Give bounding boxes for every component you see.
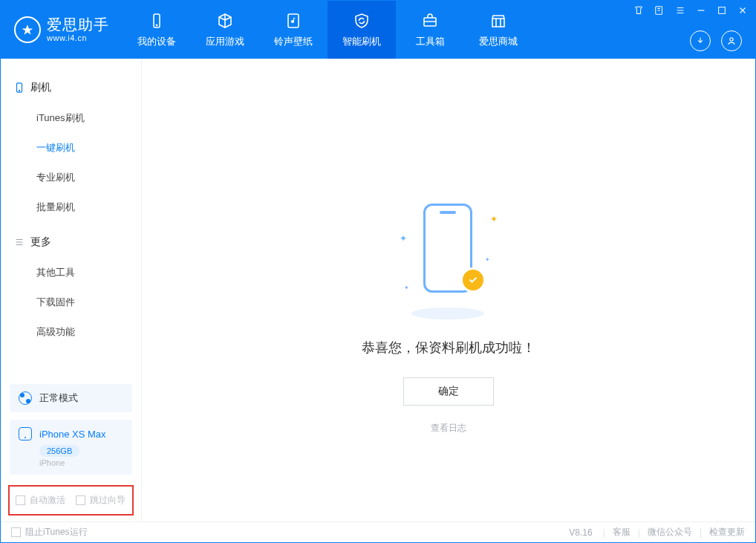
feedback-icon[interactable]	[653, 4, 666, 17]
tab-ringtones-wallpaper[interactable]: 铃声壁纸	[259, 1, 328, 59]
logo-area: 爱思助手 www.i4.cn	[1, 1, 123, 59]
device-panel: 正常模式 iPhone XS Max 256GB iPhone	[10, 384, 132, 475]
app-title: 爱思助手	[47, 16, 109, 33]
sidebar-section-title: 刷机	[30, 81, 51, 94]
app-header: 爱思助手 www.i4.cn 我的设备 应用游戏 铃声壁纸 智能刷机 工具箱 爱…	[1, 1, 755, 59]
option-checkbox-row: 自动激活 跳过向导	[8, 485, 134, 516]
sidebar-item-itunes-flash[interactable]: iTunes刷机	[1, 103, 141, 133]
device-mode-label: 正常模式	[39, 391, 78, 405]
cube-icon	[215, 11, 235, 30]
user-account-button[interactable]	[721, 30, 742, 51]
tab-label: 铃声壁纸	[274, 35, 313, 48]
device-phone-icon	[19, 427, 32, 440]
app-subtitle: www.i4.cn	[47, 33, 109, 43]
device-info-row[interactable]: iPhone XS Max 256GB iPhone	[10, 420, 132, 475]
svg-point-6	[730, 38, 733, 41]
sidebar-item-batch-flash[interactable]: 批量刷机	[1, 192, 141, 222]
svg-point-8	[19, 90, 19, 91]
tab-label: 工具箱	[416, 35, 445, 48]
sidebar-item-other-tools[interactable]: 其他工具	[1, 258, 141, 287]
sidebar-item-pro-flash[interactable]: 专业刷机	[1, 163, 141, 192]
sidebar-item-download-firmware[interactable]: 下载固件	[1, 287, 141, 317]
sidebar-item-oneclick-flash[interactable]: 一键刷机	[1, 133, 141, 163]
sparkle-icon: ✦	[400, 233, 407, 244]
tab-my-device[interactable]: 我的设备	[123, 1, 191, 59]
music-note-icon	[284, 11, 303, 30]
version-label: V8.16	[569, 527, 592, 538]
phone-icon	[14, 82, 25, 93]
tab-label: 智能刷机	[342, 35, 381, 48]
success-message: 恭喜您，保资料刷机成功啦！	[362, 339, 535, 357]
maximize-button[interactable]	[715, 4, 729, 17]
sparkle-icon: ✦	[485, 256, 490, 263]
logo-text: 爱思助手 www.i4.cn	[47, 16, 109, 43]
device-mode-row[interactable]: 正常模式	[10, 384, 132, 412]
toolbox-icon	[420, 11, 440, 30]
device-type: iPhone	[39, 458, 123, 467]
checkmark-badge-icon	[460, 267, 486, 293]
menu-icon[interactable]	[674, 4, 687, 17]
sparkle-icon: ✦	[404, 284, 409, 291]
tab-label: 应用游戏	[206, 35, 244, 48]
minimize-button[interactable]	[694, 4, 708, 17]
sidebar-section-more: 更多	[1, 230, 141, 255]
sparkle-icon: ✦	[490, 214, 498, 224]
tab-smart-flash[interactable]: 智能刷机	[328, 1, 396, 59]
checkbox-label: 阻止iTunes运行	[25, 526, 88, 539]
success-panel: ✦ ✦ ✦ ✦ 恭喜您，保资料刷机成功啦！ 确定 查看日志	[142, 204, 755, 435]
checkbox-label: 跳过向导	[90, 494, 126, 507]
svg-point-1	[156, 25, 157, 25]
download-button[interactable]	[690, 30, 711, 51]
footer-link-service[interactable]: 客服	[613, 526, 630, 539]
header-action-circles	[690, 30, 742, 51]
checkbox-skip-guide[interactable]: 跳过向导	[76, 494, 126, 507]
main-tabs: 我的设备 应用游戏 铃声壁纸 智能刷机 工具箱 爱思商城	[123, 1, 532, 59]
view-log-link[interactable]: 查看日志	[431, 422, 466, 435]
status-bar: 阻止iTunes运行 V8.16 | 客服 | 微信公众号 | 检查更新	[1, 521, 755, 542]
window-controls	[632, 4, 749, 17]
tshirt-icon[interactable]	[632, 4, 645, 17]
tab-label: 爱思商城	[479, 35, 518, 48]
ok-button[interactable]: 确定	[403, 377, 494, 406]
success-illustration: ✦ ✦ ✦ ✦	[404, 204, 493, 315]
sidebar-item-advanced[interactable]: 高级功能	[1, 317, 141, 347]
sidebar-section-flash: 刷机	[1, 75, 141, 100]
checkbox-auto-activate[interactable]: 自动激活	[16, 494, 65, 507]
tab-label: 我的设备	[137, 35, 176, 48]
checkbox-label: 自动激活	[30, 494, 65, 507]
tab-apps-games[interactable]: 应用游戏	[191, 1, 259, 59]
checkbox-block-itunes[interactable]: 阻止iTunes运行	[11, 526, 88, 539]
svg-rect-5	[719, 7, 726, 14]
device-icon	[147, 11, 166, 30]
tab-toolbox[interactable]: 工具箱	[396, 1, 464, 59]
app-logo-icon	[14, 16, 41, 43]
mode-icon	[19, 391, 32, 405]
shield-refresh-icon	[352, 11, 371, 30]
device-capacity: 256GB	[39, 445, 79, 457]
main-content: ✦ ✦ ✦ ✦ 恭喜您，保资料刷机成功啦！ 确定 查看日志	[142, 59, 755, 521]
sidebar-section-title: 更多	[30, 235, 51, 249]
close-button[interactable]	[736, 4, 749, 17]
device-name: iPhone XS Max	[39, 429, 106, 440]
tab-store[interactable]: 爱思商城	[464, 1, 532, 59]
store-icon	[489, 11, 508, 30]
list-icon	[14, 237, 25, 247]
footer-link-wechat[interactable]: 微信公众号	[648, 526, 692, 539]
footer-link-update[interactable]: 检查更新	[709, 526, 745, 539]
sidebar: 刷机 iTunes刷机 一键刷机 专业刷机 批量刷机 更多 其他工具 下载固件 …	[1, 59, 142, 521]
